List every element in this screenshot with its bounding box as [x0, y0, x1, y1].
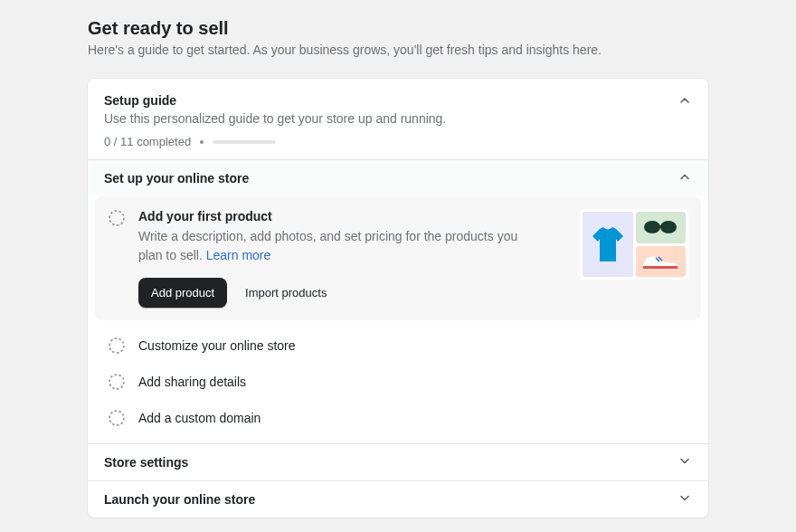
guide-header: Setup guide Use this personalized guide …	[88, 79, 708, 159]
import-products-button[interactable]: Import products	[245, 286, 327, 299]
tshirt-icon	[583, 212, 633, 277]
chevron-down-icon	[678, 491, 692, 508]
progress-bar	[213, 140, 276, 144]
chevron-up-icon	[678, 93, 692, 108]
task-sharing-details[interactable]: Add sharing details	[88, 364, 708, 400]
setup-guide-card: Setup guide Use this personalized guide …	[88, 79, 708, 518]
section-header-store-settings[interactable]: Store settings	[88, 443, 708, 480]
task-description: Write a description, add photos, and set…	[138, 227, 518, 265]
task-status-circle[interactable]	[108, 337, 126, 355]
add-product-button[interactable]: Add product	[138, 278, 227, 308]
page-title: Get ready to sell	[88, 18, 708, 39]
task-status-circle[interactable]	[108, 373, 126, 391]
progress-row: 0 / 11 completed	[104, 135, 692, 148]
task-status-circle[interactable]	[108, 409, 126, 427]
task-status-circle[interactable]	[108, 209, 126, 227]
sneaker-icon	[636, 246, 687, 278]
task-title: Add a custom domain	[138, 411, 261, 425]
chevron-down-icon	[678, 454, 692, 471]
sunglasses-icon	[636, 212, 687, 243]
svg-point-7	[109, 411, 124, 425]
section-header-setup-store[interactable]: Set up your online store	[88, 159, 708, 196]
section-title: Launch your online store	[104, 492, 255, 507]
section-header-launch[interactable]: Launch your online store	[88, 480, 708, 518]
product-illustration	[580, 209, 688, 280]
task-title: Customize your online store	[138, 338, 296, 353]
task-add-first-product: Add your first product Write a descripti…	[95, 196, 701, 320]
task-customize-store[interactable]: Customize your online store	[88, 328, 708, 364]
svg-point-5	[109, 338, 124, 353]
chevron-up-icon	[678, 170, 692, 187]
guide-subtitle: Use this personalized guide to get your …	[104, 111, 692, 126]
svg-rect-4	[643, 266, 678, 269]
guide-title: Setup guide	[104, 93, 692, 108]
svg-point-6	[109, 375, 124, 389]
task-title: Add your first product	[138, 209, 567, 223]
section-title: Set up your online store	[104, 171, 249, 185]
collapse-guide-button[interactable]	[678, 93, 692, 110]
svg-rect-3	[659, 225, 662, 228]
section-title: Store settings	[104, 455, 188, 470]
learn-more-link[interactable]: Learn more	[206, 248, 271, 262]
page-subtitle: Here's a guide to get started. As your b…	[88, 43, 708, 57]
progress-dot	[200, 140, 204, 144]
svg-point-2	[660, 221, 677, 233]
task-title: Add sharing details	[138, 375, 246, 389]
progress-text: 0 / 11 completed	[104, 135, 191, 148]
svg-point-0	[109, 211, 124, 225]
task-custom-domain[interactable]: Add a custom domain	[88, 400, 708, 436]
svg-point-1	[644, 221, 660, 233]
